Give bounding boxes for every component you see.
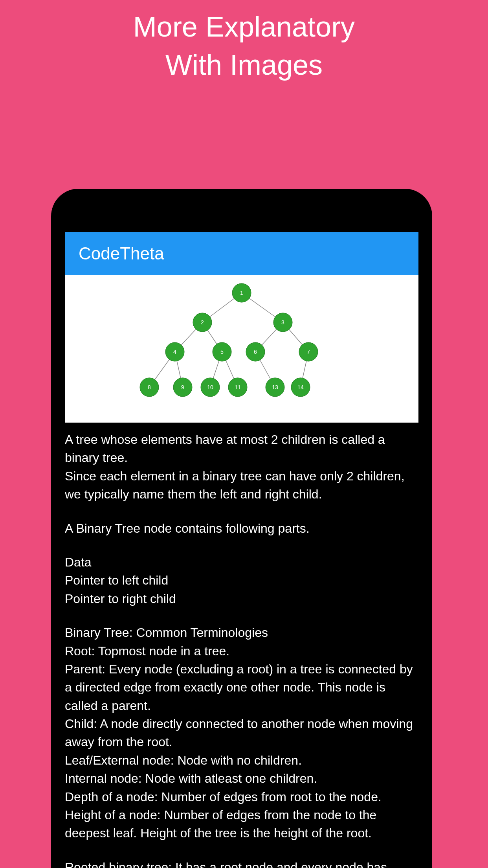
- promo-line-2: With Images: [0, 46, 488, 84]
- content-text: Root: Topmost node in a tree.: [65, 642, 418, 660]
- tree-node-label: 10: [207, 384, 213, 390]
- content-text: Pointer to left child: [65, 571, 418, 589]
- content-block-parts-heading: A Binary Tree node contains following pa…: [65, 519, 418, 537]
- promo-title: More Explanatory With Images: [0, 0, 488, 84]
- content-text: Leaf/External node: Node with no childre…: [65, 751, 418, 769]
- content-text: Depth of a node: Number of edges from ro…: [65, 788, 418, 806]
- content-block-intro: A tree whose elements have at most 2 chi…: [65, 430, 418, 504]
- content-text: A Binary Tree node contains following pa…: [65, 519, 418, 537]
- content-text: Binary Tree: Common Terminologies: [65, 623, 418, 642]
- tree-node-label: 7: [307, 349, 310, 355]
- app-title: CodeTheta: [79, 244, 164, 263]
- content-text: Height of a node: Number of edges from t…: [65, 806, 418, 842]
- content-text: Pointer to right child: [65, 590, 418, 608]
- tree-node-label: 6: [254, 349, 257, 355]
- content-text: Child: A node directly connected to anot…: [65, 715, 418, 751]
- tree-node-label: 3: [281, 319, 284, 326]
- tree-node-label: 5: [220, 349, 224, 355]
- content-text: Parent: Every node (excluding a root) in…: [65, 660, 418, 715]
- content-text: Internal node: Node with atleast one chi…: [65, 769, 418, 787]
- tree-node-label: 1: [240, 290, 243, 296]
- tree-node-label: 14: [297, 384, 304, 390]
- content-text: A tree whose elements have at most 2 chi…: [65, 430, 418, 467]
- promo-line-1: More Explanatory: [0, 8, 488, 46]
- tree-node-label: 11: [235, 384, 241, 390]
- app-header: CodeTheta: [65, 232, 418, 275]
- tree-node-label: 9: [181, 384, 184, 390]
- content-block-parts: Data Pointer to left child Pointer to ri…: [65, 553, 418, 608]
- tree-node-label: 8: [148, 384, 151, 390]
- tree-node-label: 13: [272, 384, 278, 390]
- phone-frame: CodeTheta 12345678910111314 A tree whose…: [51, 189, 432, 868]
- content-text: Since each element in a binary tree can …: [65, 467, 418, 504]
- phone-screen: CodeTheta 12345678910111314 A tree whose…: [65, 232, 418, 868]
- tree-node-label: 4: [173, 349, 176, 355]
- content-area[interactable]: A tree whose elements have at most 2 chi…: [65, 423, 418, 868]
- content-block-types: Rooted binary tree: It has a root node a…: [65, 858, 418, 868]
- tree-node-label: 2: [201, 319, 204, 326]
- content-block-terminologies: Binary Tree: Common Terminologies Root: …: [65, 623, 418, 842]
- content-text: Data: [65, 553, 418, 571]
- tree-diagram: 12345678910111314: [65, 275, 418, 423]
- content-text: Rooted binary tree: It has a root node a…: [65, 858, 418, 868]
- tree-svg: 12345678910111314: [65, 275, 418, 423]
